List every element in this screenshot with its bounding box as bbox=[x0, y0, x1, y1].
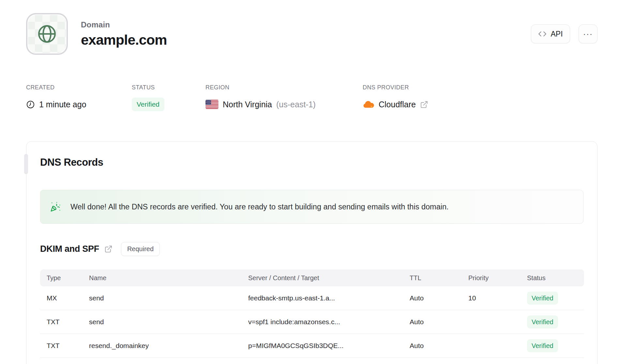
required-badge: Required bbox=[121, 242, 160, 256]
dkim-spf-title: DKIM and SPF bbox=[40, 244, 99, 254]
external-link-icon[interactable] bbox=[420, 100, 428, 109]
table-header-row: Type Name Server / Content / Target TTL … bbox=[40, 269, 584, 286]
cell-content: v=spf1 include:amazonses.c... bbox=[242, 318, 403, 326]
cell-type: TXT bbox=[40, 318, 83, 326]
meta-dns-provider: DNS PROVIDER Cloudflare bbox=[363, 84, 428, 111]
cell-ttl: Auto bbox=[403, 342, 462, 350]
verified-badge: Verified bbox=[527, 292, 558, 305]
cell-status: Verified bbox=[521, 315, 584, 328]
globe-icon bbox=[36, 23, 58, 45]
meta-status: STATUS Verified bbox=[132, 84, 205, 111]
cell-content: p=MIGfMA0GCSqGSIb3DQE... bbox=[242, 342, 403, 350]
party-popper-icon bbox=[50, 202, 61, 212]
cell-type: MX bbox=[40, 294, 83, 302]
more-options-button[interactable]: ··· bbox=[579, 24, 597, 43]
column-header-content: Server / Content / Target bbox=[242, 274, 403, 282]
api-button[interactable]: API bbox=[531, 24, 570, 43]
page-title: example.com bbox=[81, 32, 167, 48]
dns-provider-value: Cloudflare bbox=[379, 100, 416, 109]
clock-icon bbox=[26, 100, 35, 109]
dns-records-card: DNS Records Well done! All the DNS recor… bbox=[26, 141, 597, 364]
title-block: Domain example.com bbox=[81, 20, 167, 48]
cell-name: send bbox=[83, 294, 242, 302]
domain-meta: CREATED 1 minute ago STATUS Verified REG… bbox=[26, 84, 597, 111]
code-icon bbox=[538, 30, 547, 38]
column-header-status: Status bbox=[521, 274, 584, 282]
cell-name: resend._domainkey bbox=[83, 342, 242, 350]
domain-avatar bbox=[26, 13, 68, 55]
column-header-type: Type bbox=[40, 274, 83, 282]
card-accent-tab bbox=[24, 154, 28, 174]
success-message: Well done! All the DNS records are verif… bbox=[70, 203, 449, 211]
region-code: (us-east-1) bbox=[276, 100, 316, 109]
cell-ttl: Auto bbox=[403, 294, 462, 302]
cell-ttl: Auto bbox=[403, 318, 462, 326]
api-button-label: API bbox=[551, 30, 563, 38]
status-badge: Verified bbox=[132, 98, 164, 111]
created-label: CREATED bbox=[26, 84, 132, 91]
page-header: Domain example.com API ··· bbox=[26, 13, 597, 55]
column-header-name: Name bbox=[83, 274, 242, 282]
created-value: 1 minute ago bbox=[39, 100, 86, 109]
table-row: MX send feedback-smtp.us-east-1.a... Aut… bbox=[40, 286, 584, 310]
ellipsis-icon: ··· bbox=[583, 29, 593, 38]
dns-records-title: DNS Records bbox=[40, 157, 583, 168]
success-banner: Well done! All the DNS records are verif… bbox=[40, 190, 583, 224]
meta-created: CREATED 1 minute ago bbox=[26, 84, 132, 111]
region-label: REGION bbox=[205, 84, 363, 91]
status-label: STATUS bbox=[132, 84, 205, 91]
column-header-priority: Priority bbox=[462, 274, 521, 282]
region-value: North Virginia bbox=[223, 100, 272, 109]
dkim-external-link-icon[interactable] bbox=[104, 245, 113, 253]
meta-region: REGION bbox=[205, 84, 363, 111]
verified-badge: Verified bbox=[527, 339, 558, 352]
cell-priority: 10 bbox=[462, 294, 521, 302]
table-row: TXT resend._domainkey p=MIGfMA0GCSqGSIb3… bbox=[40, 334, 584, 358]
dkim-spf-section-header: DKIM and SPF Required bbox=[40, 242, 583, 256]
cell-name: send bbox=[83, 318, 242, 326]
cloudflare-icon bbox=[363, 100, 374, 108]
table-row: TXT send v=spf1 include:amazonses.c... A… bbox=[40, 310, 584, 334]
verified-badge: Verified bbox=[527, 315, 558, 328]
cell-type: TXT bbox=[40, 342, 83, 350]
entity-kicker: Domain bbox=[81, 20, 167, 29]
cell-content: feedback-smtp.us-east-1.a... bbox=[242, 294, 403, 302]
cell-status: Verified bbox=[521, 339, 584, 352]
dns-records-table: Type Name Server / Content / Target TTL … bbox=[40, 269, 584, 358]
domain-detail-page: Domain example.com API ··· CREATED bbox=[0, 0, 634, 364]
column-header-ttl: TTL bbox=[403, 274, 462, 282]
cell-status: Verified bbox=[521, 292, 584, 305]
us-flag-icon bbox=[205, 100, 219, 109]
dns-provider-label: DNS PROVIDER bbox=[363, 84, 428, 91]
